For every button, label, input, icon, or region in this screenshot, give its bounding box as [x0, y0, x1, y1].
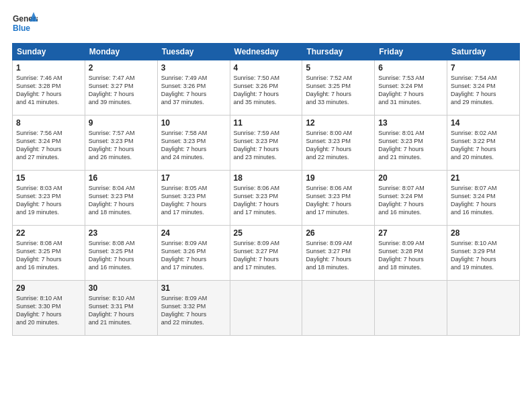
day-number: 26 [306, 228, 371, 238]
day-number: 4 [234, 63, 299, 73]
calendar-day-cell: 13Sunrise: 8:01 AM Sunset: 3:23 PM Dayli… [375, 116, 447, 171]
day-number: 8 [16, 118, 81, 128]
weekday-header-row: SundayMondayTuesdayWednesdayThursdayFrid… [13, 44, 520, 60]
day-info: Sunrise: 8:01 AM Sunset: 3:23 PM Dayligh… [378, 129, 443, 162]
svg-text:Blue: Blue [13, 24, 30, 33]
calendar-day-cell [302, 281, 375, 336]
calendar-day-cell: 5Sunrise: 7:52 AM Sunset: 3:25 PM Daylig… [302, 60, 375, 116]
day-info: Sunrise: 8:04 AM Sunset: 3:23 PM Dayligh… [89, 184, 154, 217]
calendar-day-cell: 26Sunrise: 8:09 AM Sunset: 3:27 PM Dayli… [302, 226, 375, 281]
day-info: Sunrise: 8:06 AM Sunset: 3:23 PM Dayligh… [234, 184, 299, 217]
calendar-day-cell: 24Sunrise: 8:09 AM Sunset: 3:26 PM Dayli… [157, 226, 230, 281]
logo: General Blue [12, 11, 38, 36]
day-number: 12 [306, 118, 371, 128]
day-info: Sunrise: 8:06 AM Sunset: 3:23 PM Dayligh… [306, 184, 371, 217]
day-info: Sunrise: 7:59 AM Sunset: 3:23 PM Dayligh… [234, 129, 299, 162]
calendar-week-row: 22Sunrise: 8:08 AM Sunset: 3:25 PM Dayli… [13, 226, 520, 281]
calendar-day-cell: 11Sunrise: 7:59 AM Sunset: 3:23 PM Dayli… [230, 116, 302, 171]
day-number: 10 [161, 118, 226, 128]
day-info: Sunrise: 8:10 AM Sunset: 3:30 PM Dayligh… [16, 294, 81, 327]
calendar-day-cell: 30Sunrise: 8:10 AM Sunset: 3:31 PM Dayli… [85, 281, 157, 336]
day-number: 6 [378, 63, 443, 73]
weekday-header-cell: Friday [375, 44, 447, 60]
day-number: 9 [89, 118, 154, 128]
day-info: Sunrise: 8:08 AM Sunset: 3:25 PM Dayligh… [16, 239, 81, 272]
calendar-day-cell: 25Sunrise: 8:09 AM Sunset: 3:27 PM Dayli… [230, 226, 302, 281]
day-info: Sunrise: 7:46 AM Sunset: 3:28 PM Dayligh… [16, 74, 81, 107]
calendar-week-row: 8Sunrise: 7:56 AM Sunset: 3:24 PM Daylig… [13, 116, 520, 171]
day-number: 7 [451, 63, 516, 73]
day-number: 17 [161, 173, 226, 183]
day-number: 28 [451, 228, 516, 238]
header: General Blue [12, 11, 520, 36]
day-info: Sunrise: 7:58 AM Sunset: 3:23 PM Dayligh… [161, 129, 226, 162]
day-number: 16 [89, 173, 154, 183]
day-number: 27 [378, 228, 443, 238]
calendar-week-row: 29Sunrise: 8:10 AM Sunset: 3:30 PM Dayli… [13, 281, 520, 336]
calendar-day-cell: 12Sunrise: 8:00 AM Sunset: 3:23 PM Dayli… [302, 116, 375, 171]
day-number: 21 [451, 173, 516, 183]
weekday-header-cell: Saturday [447, 44, 520, 60]
day-info: Sunrise: 8:09 AM Sunset: 3:27 PM Dayligh… [306, 239, 371, 272]
day-number: 2 [89, 63, 154, 73]
calendar-week-row: 1Sunrise: 7:46 AM Sunset: 3:28 PM Daylig… [13, 60, 520, 116]
weekday-header-cell: Monday [85, 44, 157, 60]
day-number: 24 [161, 228, 226, 238]
calendar-table: SundayMondayTuesdayWednesdayThursdayFrid… [12, 43, 520, 336]
calendar-day-cell: 6Sunrise: 7:53 AM Sunset: 3:24 PM Daylig… [375, 60, 447, 116]
calendar-day-cell: 10Sunrise: 7:58 AM Sunset: 3:23 PM Dayli… [157, 116, 230, 171]
calendar-day-cell: 21Sunrise: 8:07 AM Sunset: 3:24 PM Dayli… [447, 171, 520, 226]
calendar-day-cell: 19Sunrise: 8:06 AM Sunset: 3:23 PM Dayli… [302, 171, 375, 226]
day-info: Sunrise: 8:08 AM Sunset: 3:25 PM Dayligh… [89, 239, 154, 272]
day-info: Sunrise: 8:03 AM Sunset: 3:23 PM Dayligh… [16, 184, 81, 217]
day-info: Sunrise: 7:47 AM Sunset: 3:27 PM Dayligh… [89, 74, 154, 107]
day-info: Sunrise: 8:09 AM Sunset: 3:28 PM Dayligh… [378, 239, 443, 272]
calendar-day-cell: 1Sunrise: 7:46 AM Sunset: 3:28 PM Daylig… [13, 60, 85, 116]
day-info: Sunrise: 7:54 AM Sunset: 3:24 PM Dayligh… [451, 74, 516, 107]
day-info: Sunrise: 8:00 AM Sunset: 3:23 PM Dayligh… [306, 129, 371, 162]
day-number: 25 [234, 228, 299, 238]
day-number: 23 [89, 228, 154, 238]
day-number: 22 [16, 228, 81, 238]
day-number: 5 [306, 63, 371, 73]
calendar-day-cell [447, 281, 520, 336]
day-number: 14 [451, 118, 516, 128]
calendar-day-cell: 28Sunrise: 8:10 AM Sunset: 3:29 PM Dayli… [447, 226, 520, 281]
calendar-day-cell [375, 281, 447, 336]
day-info: Sunrise: 8:10 AM Sunset: 3:31 PM Dayligh… [89, 294, 154, 327]
calendar-day-cell [230, 281, 302, 336]
calendar-body: 1Sunrise: 7:46 AM Sunset: 3:28 PM Daylig… [13, 60, 520, 336]
calendar-day-cell: 22Sunrise: 8:08 AM Sunset: 3:25 PM Dayli… [13, 226, 85, 281]
day-info: Sunrise: 8:09 AM Sunset: 3:26 PM Dayligh… [161, 239, 226, 272]
weekday-header-cell: Wednesday [230, 44, 302, 60]
day-number: 11 [234, 118, 299, 128]
day-info: Sunrise: 7:56 AM Sunset: 3:24 PM Dayligh… [16, 129, 81, 162]
day-info: Sunrise: 7:53 AM Sunset: 3:24 PM Dayligh… [378, 74, 443, 107]
calendar-day-cell: 7Sunrise: 7:54 AM Sunset: 3:24 PM Daylig… [447, 60, 520, 116]
day-info: Sunrise: 7:50 AM Sunset: 3:26 PM Dayligh… [234, 74, 299, 107]
page: General Blue SundayMondayTuesdayWednesda… [0, 0, 532, 411]
weekday-header-cell: Sunday [13, 44, 85, 60]
day-info: Sunrise: 7:57 AM Sunset: 3:23 PM Dayligh… [89, 129, 154, 162]
weekday-header-cell: Thursday [302, 44, 375, 60]
day-number: 18 [234, 173, 299, 183]
day-number: 30 [89, 283, 154, 293]
weekday-header-cell: Tuesday [157, 44, 230, 60]
day-info: Sunrise: 7:52 AM Sunset: 3:25 PM Dayligh… [306, 74, 371, 107]
calendar-day-cell: 16Sunrise: 8:04 AM Sunset: 3:23 PM Dayli… [85, 171, 157, 226]
day-number: 3 [161, 63, 226, 73]
day-number: 13 [378, 118, 443, 128]
calendar-day-cell: 29Sunrise: 8:10 AM Sunset: 3:30 PM Dayli… [13, 281, 85, 336]
calendar-day-cell: 14Sunrise: 8:02 AM Sunset: 3:22 PM Dayli… [447, 116, 520, 171]
day-info: Sunrise: 8:09 AM Sunset: 3:27 PM Dayligh… [234, 239, 299, 272]
day-number: 20 [378, 173, 443, 183]
day-number: 15 [16, 173, 81, 183]
day-number: 29 [16, 283, 81, 293]
calendar-day-cell: 15Sunrise: 8:03 AM Sunset: 3:23 PM Dayli… [13, 171, 85, 226]
calendar-week-row: 15Sunrise: 8:03 AM Sunset: 3:23 PM Dayli… [13, 171, 520, 226]
logo-svg: General Blue [12, 11, 38, 36]
day-info: Sunrise: 8:07 AM Sunset: 3:24 PM Dayligh… [378, 184, 443, 217]
calendar-day-cell: 17Sunrise: 8:05 AM Sunset: 3:23 PM Dayli… [157, 171, 230, 226]
day-info: Sunrise: 8:07 AM Sunset: 3:24 PM Dayligh… [451, 184, 516, 217]
calendar-day-cell: 3Sunrise: 7:49 AM Sunset: 3:26 PM Daylig… [157, 60, 230, 116]
